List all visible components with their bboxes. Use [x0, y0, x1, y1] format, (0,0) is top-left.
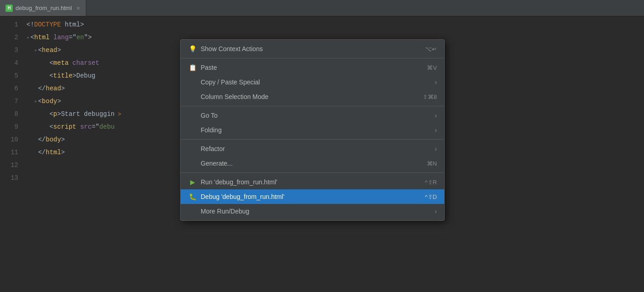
editor-tab[interactable]: H debug_from_run.html × — [0, 0, 86, 16]
lightbulb-icon: 💡 — [188, 45, 197, 52]
shortcut-generate: ⌘N — [427, 160, 437, 167]
line-num: 2 — [0, 31, 18, 44]
submenu-arrow-copy-paste: › — [435, 78, 437, 86]
tab-filename: debug_from_run.html — [16, 5, 72, 11]
menu-item-copy-paste-special[interactable]: Copy / Paste Special › — [181, 75, 444, 89]
line-num: 6 — [0, 82, 18, 95]
menu-separator-2 — [181, 106, 444, 106]
submenu-arrow-go-to: › — [435, 112, 437, 119]
menu-label-refactor: Refactor — [201, 145, 431, 152]
line-num: 5 — [0, 69, 18, 82]
menu-item-folding[interactable]: Folding › — [181, 123, 444, 137]
menu-label-go-to: Go To — [201, 112, 431, 119]
debug-bug-icon: 🐛 — [188, 193, 197, 200]
menu-separator-1 — [181, 58, 444, 58]
line-num: 10 — [0, 133, 18, 146]
tab-close-button[interactable]: × — [77, 5, 80, 12]
menu-item-show-context-actions[interactable]: 💡 Show Context Actions ⌥↵ — [181, 42, 444, 56]
code-line-1: <!DOCTYPE html> — [23, 18, 644, 31]
tab-bar: H debug_from_run.html × — [0, 0, 644, 16]
menu-label-show-context-actions: Show Context Actions — [201, 45, 418, 52]
shortcut-debug: ^⇧D — [425, 193, 437, 200]
menu-label-copy-paste-special: Copy / Paste Special — [201, 78, 431, 86]
shortcut-paste: ⌘V — [427, 64, 437, 71]
menu-label-folding: Folding — [201, 126, 431, 134]
paste-icon: 📋 — [188, 64, 197, 71]
line-numbers: 1 2 3 4 5 6 7 8 9 10 11 12 13 — [0, 16, 23, 292]
line-num: 13 — [0, 172, 18, 184]
context-menu: 💡 Show Context Actions ⌥↵ 📋 Paste ⌘V Cop… — [180, 39, 445, 221]
line-num: 11 — [0, 146, 18, 159]
shortcut-column-selection: ⇧⌘8 — [423, 94, 437, 100]
line-num: 3 — [0, 44, 18, 57]
line-num: 9 — [0, 120, 18, 133]
menu-item-run[interactable]: ▶ Run 'debug_from_run.html' ^⇧R — [181, 175, 444, 189]
menu-label-run: Run 'debug_from_run.html' — [201, 178, 418, 186]
line-num: 12 — [0, 159, 18, 172]
menu-label-more-run-debug: More Run/Debug — [201, 208, 431, 215]
editor-area: 1 2 3 4 5 6 7 8 9 10 11 12 13 <!DOCTYPE … — [0, 16, 644, 292]
tab-file-icon: H — [5, 5, 13, 12]
menu-item-more-run-debug[interactable]: More Run/Debug › — [181, 204, 444, 219]
submenu-arrow-refactor: › — [435, 145, 437, 152]
menu-item-generate[interactable]: Generate... ⌘N — [181, 156, 444, 171]
line-num: 7 — [0, 95, 18, 108]
line-num: 4 — [0, 57, 18, 69]
line-num: 1 — [0, 18, 18, 31]
submenu-arrow-folding: › — [435, 126, 437, 134]
menu-item-paste[interactable]: 📋 Paste ⌘V — [181, 60, 444, 75]
submenu-arrow-more-run-debug: › — [435, 208, 437, 215]
menu-label-column-selection: Column Selection Mode — [201, 93, 415, 100]
menu-separator-4 — [181, 172, 444, 173]
line-num: 8 — [0, 108, 18, 120]
menu-item-refactor[interactable]: Refactor › — [181, 141, 444, 156]
menu-label-generate: Generate... — [201, 160, 420, 167]
run-icon: ▶ — [188, 178, 197, 186]
menu-label-debug: Debug 'debug_from_run.html' — [201, 193, 418, 200]
menu-item-go-to[interactable]: Go To › — [181, 108, 444, 123]
menu-separator-3 — [181, 139, 444, 140]
menu-item-column-selection[interactable]: Column Selection Mode ⇧⌘8 — [181, 89, 444, 104]
shortcut-run: ^⇧R — [425, 179, 437, 186]
shortcut-show-context-actions: ⌥↵ — [425, 46, 437, 52]
menu-item-debug[interactable]: 🐛 Debug 'debug_from_run.html' ^⇧D — [181, 189, 444, 204]
menu-label-paste: Paste — [201, 64, 420, 71]
